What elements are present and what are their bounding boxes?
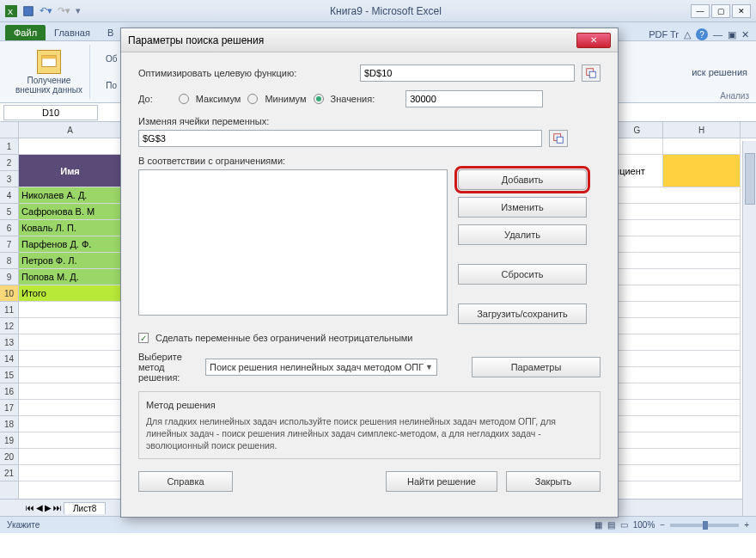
row-header[interactable]: 11 [0, 302, 18, 318]
ribbon-min-icon[interactable]: △ [684, 29, 691, 40]
radio-min[interactable] [247, 94, 258, 104]
cell-name[interactable]: Попова М. Д. [19, 269, 122, 285]
radio-value[interactable] [314, 94, 324, 104]
min-label[interactable]: Минимум [265, 94, 306, 104]
method-select[interactable]: Поиск решения нелинейных задач методом О… [205, 359, 437, 376]
sheet-tab[interactable]: Лист8 [64, 502, 106, 514]
cell-name[interactable]: Парфенов Д. Ф. [19, 236, 122, 253]
change-button[interactable]: Изменить [458, 197, 587, 218]
doc-restore-icon[interactable]: ▣ [728, 29, 736, 40]
row-header[interactable]: 19 [0, 432, 18, 449]
dialog-close-button[interactable]: ✕ [576, 33, 611, 48]
zoom-level[interactable]: 100% [633, 520, 655, 530]
row-header[interactable]: 10 [0, 285, 18, 302]
row-header[interactable]: 2 [0, 155, 18, 171]
view-layout-icon[interactable]: ▤ [607, 520, 615, 530]
ref-picker-icon[interactable] [582, 64, 601, 82]
ref-picker-icon[interactable] [549, 130, 568, 147]
row-header[interactable]: 20 [0, 449, 18, 465]
params-button[interactable]: Параметры [472, 357, 601, 377]
row-header[interactable]: 13 [0, 334, 18, 351]
reset-button[interactable]: Сбросить [458, 264, 587, 285]
dialog-titlebar[interactable]: Параметры поиска решения ✕ [121, 28, 618, 52]
zoom-slider[interactable] [670, 524, 739, 527]
row-header[interactable]: 16 [0, 383, 18, 400]
objective-input[interactable] [360, 64, 575, 82]
name-box[interactable]: D10 [3, 105, 98, 120]
row-header[interactable]: 8 [0, 253, 18, 269]
scrollbar-thumb[interactable] [745, 153, 755, 205]
cell[interactable] [19, 351, 122, 367]
ribbon-group-getdata[interactable]: Получение внешних данных [9, 45, 90, 99]
row-header[interactable]: 17 [0, 400, 18, 416]
cell-yellow[interactable] [663, 155, 741, 187]
cell-name[interactable]: Сафронова В. М [19, 204, 122, 220]
cell[interactable] [19, 302, 122, 318]
cell-coef[interactable]: ициент [612, 155, 663, 187]
row-header[interactable]: 1 [0, 138, 18, 155]
solve-button[interactable]: Найти решение [386, 471, 497, 492]
cell[interactable] [19, 416, 122, 432]
row-header[interactable]: 4 [0, 187, 18, 204]
tab-file[interactable]: Файл [5, 25, 46, 40]
minimize-button[interactable]: — [691, 4, 710, 18]
cell[interactable] [19, 334, 122, 351]
save-icon[interactable] [22, 5, 34, 17]
tab-insert[interactable]: В [99, 25, 122, 40]
max-label[interactable]: Максимум [196, 94, 241, 104]
cell[interactable] [19, 432, 122, 449]
help-button[interactable]: Справка [138, 471, 233, 492]
maximize-button[interactable]: ▢ [711, 4, 730, 18]
tab-nav-prev-icon[interactable]: ◀ [36, 503, 43, 512]
nonneg-label[interactable]: Сделать переменные без ограничений неотр… [155, 333, 413, 343]
vertical-scrollbar[interactable] [742, 141, 756, 516]
cell[interactable] [19, 138, 122, 155]
close-button[interactable]: ✕ [732, 4, 751, 18]
doc-min-icon[interactable]: — [713, 29, 722, 40]
header-cell-name[interactable]: Имя [19, 155, 122, 187]
nonneg-checkbox[interactable] [138, 333, 149, 343]
view-normal-icon[interactable]: ▦ [594, 520, 602, 530]
row-header[interactable]: 12 [0, 318, 18, 334]
tab-pdf[interactable]: PDF Tr [649, 29, 679, 40]
zoom-out-icon[interactable]: − [660, 520, 665, 530]
row-header[interactable]: 7 [0, 236, 18, 253]
row-header[interactable]: 5 [0, 204, 18, 220]
cell[interactable] [19, 367, 122, 383]
undo-icon[interactable]: ↶▾ [40, 5, 52, 16]
row-header[interactable]: 6 [0, 220, 18, 236]
add-button[interactable]: Добавить [458, 169, 587, 190]
cell[interactable] [19, 449, 122, 465]
close-button[interactable]: Закрыть [506, 471, 601, 492]
cell[interactable] [19, 318, 122, 334]
tab-nav-first-icon[interactable]: ⏮ [26, 503, 34, 512]
cell[interactable] [612, 138, 663, 155]
vars-input[interactable] [138, 130, 542, 147]
zoom-in-icon[interactable]: + [744, 520, 749, 530]
tab-nav-last-icon[interactable]: ⏭ [53, 503, 62, 512]
cell[interactable] [19, 400, 122, 416]
row-header[interactable]: 21 [0, 465, 18, 481]
loadsave-button[interactable]: Загрузить/сохранить [458, 304, 587, 324]
redo-icon[interactable]: ↷▾ [58, 5, 70, 16]
cell-name[interactable]: Николаев А. Д. [19, 187, 122, 204]
col-header[interactable]: A [19, 122, 122, 138]
value-input[interactable] [405, 90, 543, 107]
cell-name[interactable]: Коваль Л. П. [19, 220, 122, 236]
cell[interactable] [19, 383, 122, 400]
constraints-listbox[interactable] [138, 169, 448, 316]
row-header[interactable]: 15 [0, 367, 18, 383]
cell[interactable] [19, 465, 122, 481]
tab-nav-next-icon[interactable]: ▶ [45, 503, 52, 512]
tab-home[interactable]: Главная [46, 25, 99, 40]
cell-name[interactable]: Петров Ф. Л. [19, 253, 122, 269]
row-header[interactable]: 9 [0, 269, 18, 285]
view-break-icon[interactable]: ▭ [620, 520, 628, 530]
cell[interactable] [663, 138, 741, 155]
delete-button[interactable]: Удалить [458, 224, 587, 245]
zoom-thumb[interactable] [703, 521, 708, 530]
help-icon[interactable]: ? [696, 28, 708, 40]
select-all-corner[interactable] [0, 122, 18, 138]
solver-label[interactable]: иск решения [692, 67, 747, 77]
row-header[interactable]: 3 [0, 171, 18, 187]
